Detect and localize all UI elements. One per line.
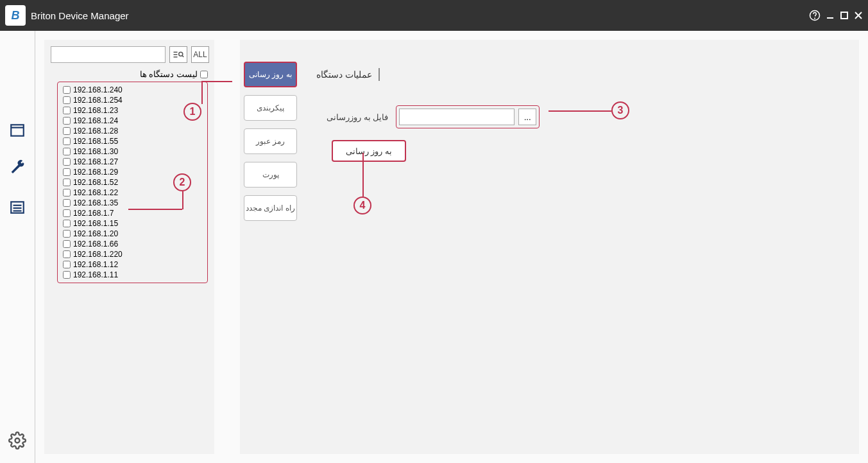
do-update-button[interactable]: به روز رسانی [332, 140, 406, 162]
device-checkbox[interactable] [63, 117, 71, 125]
titlebar: B Briton Device Manager [0, 0, 868, 31]
device-checkbox[interactable] [63, 107, 71, 114]
device-checkbox[interactable] [63, 168, 71, 176]
svg-point-16 [179, 52, 183, 56]
svg-point-1 [815, 18, 815, 19]
device-checkbox[interactable] [63, 271, 71, 279]
op-port-button[interactable]: پورت [244, 162, 297, 188]
file-label: فایل به روزرسانی [327, 112, 388, 122]
app-title: Briton Device Manager [31, 10, 129, 21]
svg-rect-6 [11, 125, 24, 135]
device-item[interactable]: 192.168.1.27 [63, 157, 202, 167]
annotation-2: 2 [173, 173, 191, 191]
device-ip: 192.168.1.20 [73, 229, 118, 238]
device-item[interactable]: 192.168.1.24 [63, 116, 202, 126]
device-checkbox[interactable] [63, 230, 71, 238]
op-config-button[interactable]: پیکربندی [244, 95, 297, 121]
device-item[interactable]: 192.168.1.20 [63, 229, 202, 239]
device-ip: 192.168.1.11 [73, 270, 118, 279]
window-icon[interactable] [8, 121, 27, 140]
device-ip: 192.168.1.55 [73, 137, 118, 146]
device-ip: 192.168.1.12 [73, 260, 118, 269]
device-ip: 192.168.1.240 [73, 85, 123, 94]
list-icon[interactable] [8, 198, 27, 217]
device-checkbox[interactable] [63, 179, 71, 186]
app-logo: B [5, 5, 26, 26]
device-ip: 192.168.1.7 [73, 209, 114, 218]
device-checkbox[interactable] [63, 189, 71, 197]
device-ip: 192.168.1.28 [73, 127, 118, 135]
close-icon[interactable] [854, 11, 863, 20]
device-checkbox[interactable] [63, 127, 71, 135]
file-group: ... [396, 105, 540, 128]
device-item[interactable]: 192.168.1.23 [63, 105, 202, 116]
device-ip: 192.168.1.27 [73, 157, 118, 166]
device-checkbox[interactable] [63, 220, 71, 227]
annotation-1: 1 [183, 103, 201, 121]
device-checkbox[interactable] [63, 148, 71, 155]
device-item[interactable]: 192.168.1.30 [63, 146, 202, 157]
device-checkbox[interactable] [63, 250, 71, 258]
device-checkbox[interactable] [63, 158, 71, 166]
device-item[interactable]: 192.168.1.240 [63, 85, 202, 95]
device-item[interactable]: 192.168.1.11 [63, 270, 202, 280]
browse-button[interactable]: ... [518, 109, 536, 125]
annotation-4: 4 [353, 197, 371, 214]
svg-rect-3 [841, 12, 847, 19]
op-reboot-button[interactable]: راه اندازی مجدد [244, 195, 297, 221]
device-ip: 192.168.1.22 [73, 188, 118, 197]
device-checkbox[interactable] [63, 240, 71, 248]
device-ip: 192.168.1.254 [73, 96, 123, 105]
op-update-button[interactable]: به روز رسانی [244, 62, 297, 87]
device-ip: 192.168.1.220 [73, 250, 123, 259]
maximize-icon[interactable] [840, 11, 849, 20]
settings-icon[interactable] [8, 431, 27, 450]
device-item[interactable]: 192.168.1.12 [63, 259, 202, 270]
device-item[interactable]: 192.168.1.254 [63, 95, 202, 105]
device-item[interactable]: 192.168.1.55 [63, 136, 202, 146]
device-ip: 192.168.1.15 [73, 219, 118, 228]
annotation-3: 3 [611, 101, 629, 119]
device-ip: 192.168.1.52 [73, 178, 118, 187]
op-password-button[interactable]: رمز عبور [244, 128, 297, 154]
select-all-devices-checkbox[interactable] [200, 71, 208, 78]
search-button[interactable] [169, 46, 187, 63]
device-checkbox[interactable] [63, 96, 71, 104]
device-checkbox[interactable] [63, 261, 71, 268]
svg-line-17 [182, 56, 183, 57]
device-item[interactable]: 192.168.1.66 [63, 239, 202, 249]
device-checkbox[interactable] [63, 199, 71, 207]
device-ip: 192.168.1.29 [73, 168, 118, 177]
content-area: عملیات دستگاه فایل به روزرسانی ... به رو… [301, 40, 859, 454]
help-icon[interactable] [809, 10, 821, 21]
file-path-input[interactable] [399, 109, 515, 125]
device-item[interactable]: 192.168.1.35 [63, 198, 202, 208]
device-checkbox[interactable] [63, 86, 71, 94]
device-ip: 192.168.1.66 [73, 240, 118, 249]
ops-column: به روز رسانی پیکربندی رمز عبور پورت راه … [240, 40, 301, 454]
device-item[interactable]: 192.168.1.15 [63, 218, 202, 229]
device-ip: 192.168.1.23 [73, 106, 118, 115]
device-ip: 192.168.1.35 [73, 198, 118, 207]
device-ip: 192.168.1.24 [73, 116, 118, 125]
device-panel: ALL لیست دستگاه ها 192.168.1.240192.168.… [44, 40, 214, 454]
main-area: به روز رسانی پیکربندی رمز عبور پورت راه … [240, 40, 859, 454]
device-item[interactable]: 192.168.1.28 [63, 126, 202, 136]
device-list-title: لیست دستگاه ها [140, 69, 198, 79]
svg-point-12 [15, 439, 20, 443]
select-all-button[interactable]: ALL [191, 46, 209, 63]
left-rail [0, 31, 35, 463]
device-checkbox[interactable] [63, 209, 71, 217]
section-title: عملیات دستگاه [316, 69, 372, 80]
device-search-input[interactable] [51, 46, 166, 63]
device-checkbox[interactable] [63, 137, 71, 145]
wrench-icon[interactable] [8, 159, 27, 179]
device-item[interactable]: 192.168.1.220 [63, 249, 202, 259]
minimize-icon[interactable] [826, 11, 835, 20]
device-ip: 192.168.1.30 [73, 147, 118, 156]
